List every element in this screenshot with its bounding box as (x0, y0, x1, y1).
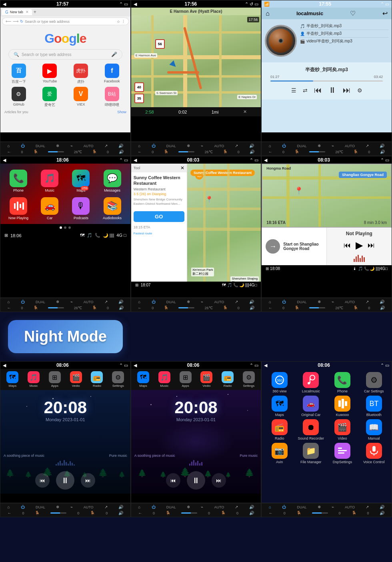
cp-app-messages[interactable]: 💬 Messages (98, 170, 126, 192)
night-app-vedio[interactable]: 🎬 Vedio (70, 371, 82, 388)
night-next-btn[interactable]: ⏭ (81, 473, 95, 488)
app-voicecontrol[interactable]: Voice Control (359, 443, 388, 464)
svg-rect-1 (17, 202, 18, 210)
back-btn[interactable]: ◀ (3, 2, 6, 7)
app-maps-n3[interactable]: 🗺 Maps (265, 396, 294, 417)
night2-app-settings[interactable]: ⚙ Settings (243, 371, 255, 388)
cp-app-podcasts[interactable]: 🎙 Podcasts (67, 197, 95, 220)
go-button[interactable]: GO (134, 211, 184, 222)
back-btn-nav[interactable]: ◀ (134, 2, 137, 7)
home-icon[interactable]: ⌂ (8, 144, 10, 148)
shortcut-youtube[interactable]: ▶ YouTube (36, 64, 64, 84)
back-music[interactable]: ↩ (382, 10, 388, 17)
cp-app-music[interactable]: 🎵 Music (36, 170, 64, 192)
night-app-maps[interactable]: 🗺 Maps (6, 371, 18, 388)
split-music-controls: ⏮ ▶ ⏭ (344, 240, 375, 251)
split-bottom: → Start on Shangliao Gongye Road Not Pla… (262, 228, 392, 265)
night2-next-btn[interactable]: ⏭ (212, 473, 226, 488)
google-search-bar[interactable]: 🔍 Search or type web address 🎤 (8, 49, 122, 60)
cpnav-status: ⊞ 18:07 🗺 🎵 📞 🌙 ||||4G□ (131, 282, 261, 288)
night2-app-vedio[interactable]: 🎬 Vedio (200, 371, 212, 388)
shortcut-bilibili[interactable]: B站 哔哩哔哩 (98, 87, 126, 108)
equalizer-btn[interactable]: ⚙ (357, 87, 362, 94)
cp-app-phone[interactable]: 📞 Phone (4, 170, 32, 192)
night-app-radio[interactable]: 📻 Radio (91, 371, 103, 388)
nav-close[interactable]: ✕ (243, 109, 247, 114)
power-icon[interactable]: ⏻ (21, 144, 25, 148)
night-prev-btn[interactable]: ⏮ (35, 473, 50, 488)
night-app-settings[interactable]: ⚙ Settings (112, 371, 124, 388)
next-btn[interactable]: ⏭ (343, 86, 351, 95)
close-poi[interactable]: ✕ (180, 165, 184, 171)
night-app-music[interactable]: 🎵 Music (28, 371, 40, 388)
svg-rect-3 (22, 202, 24, 210)
app-originalcar[interactable]: 🚗 Original Car (296, 396, 326, 417)
shortcut-baidu[interactable]: 百 百度一下 (4, 64, 33, 84)
app-360view[interactable]: 360 360 view (265, 372, 294, 393)
pause-btn[interactable]: ⏸ (328, 86, 336, 95)
vol-r-icon[interactable]: 🔊 (119, 150, 124, 154)
app-phone[interactable]: 📞 Phone (328, 372, 357, 393)
status-bar-cp: ◀ 18:06 ⌃ ▭ (0, 156, 130, 164)
chrome-tab[interactable]: G New tab ✕ (2, 9, 32, 15)
app-manual[interactable]: 📖 Manual (359, 419, 388, 440)
app-avin[interactable]: 📷 Avin (265, 443, 294, 464)
app-carsettings[interactable]: ⚙ Car Settings (359, 372, 388, 393)
address-bar[interactable]: ⟵ ⟶ ↻ Search or type web address ☆ ⋮ (2, 18, 129, 25)
app-bluetooth[interactable]: BT Bluetooth (359, 396, 388, 417)
app-kuwooo[interactable]: Kuwooo (328, 396, 357, 417)
music-heart[interactable]: ♡ (350, 10, 356, 17)
night2-app-music[interactable]: 🎵 Music (158, 371, 170, 388)
playlist-btn[interactable]: ☰ (291, 87, 296, 94)
app-dspsettings[interactable]: DspSettings (328, 443, 357, 464)
svg-rect-14 (338, 450, 347, 451)
cp-app-nowplaying[interactable]: Now Playing (4, 197, 32, 220)
snow-icon[interactable]: ❄ (56, 144, 59, 148)
shortcut-github[interactable]: ⚙ GitHub (4, 87, 33, 108)
app-filemanager[interactable]: 📁 File Manager (296, 443, 326, 464)
auto-label: AUTO (84, 144, 94, 148)
nav-bottom-info: 2:58 0:02 1mi ✕ (131, 107, 261, 116)
temp-slider[interactable] (48, 151, 64, 152)
progress-bar[interactable] (270, 80, 383, 82)
night-clock-area: 20:08 Monday 2023-01-01 🌲 🌲 🌲 🌲 🌲 🌲 🌲 (0, 390, 130, 494)
shuffle-btn[interactable]: ⇄ (303, 87, 308, 94)
night2-app-radio[interactable]: 📻 Radio (222, 371, 234, 388)
night2-app-maps[interactable]: 🗺 Maps (137, 371, 149, 388)
vol-icon[interactable]: 🔊 (118, 144, 123, 148)
split-next[interactable]: ⏭ (368, 241, 375, 250)
cp-app-car[interactable]: 🚗 Car (36, 197, 64, 220)
nav-map: E Harmon Ave S Swenson St E Naples Dr 40… (131, 15, 261, 107)
app-video[interactable]: 🎬 Video (328, 419, 357, 440)
cp-app-maps[interactable]: 🗺 Maps259 (67, 170, 95, 192)
new-tab-btn[interactable]: + (34, 9, 36, 15)
link-icon[interactable]: ⌁ (70, 144, 73, 148)
cp-app-audiobooks[interactable]: 📚 Audiobooks (98, 197, 126, 220)
night2-app-apps[interactable]: ⊞ Apps (180, 371, 192, 388)
app-soundrecorder[interactable]: ⏺ Sound Recorder (296, 419, 326, 440)
status-bar-nav: ◀ 17:56 ⌃ ↺ ▭ (131, 0, 261, 8)
app-radio-n3[interactable]: 📻 Radio (265, 419, 294, 440)
time-music: 17:55 (319, 1, 331, 7)
night-pause-btn[interactable]: ⏸ (56, 471, 74, 490)
time-chrome: 17:57 (56, 1, 69, 7)
shortcut-facebook[interactable]: f Facebook (98, 64, 126, 84)
split-play[interactable]: ▶ (356, 240, 363, 251)
arrow-icon[interactable]: ↗ (104, 144, 108, 148)
prev-btn[interactable]: ⏮ (314, 86, 322, 95)
shortcut-hupu[interactable]: 虎扑 虎扑 (66, 64, 95, 84)
shortcut-viex[interactable]: V VIEX (66, 87, 95, 108)
music-controls: ☰ ⇄ ⏮ ⏸ ⏭ ⚙ (264, 83, 389, 97)
app-localmusic[interactable]: Localmusic (296, 372, 326, 393)
back-icon[interactable]: ← (7, 150, 11, 154)
svg-text:360: 360 (276, 378, 282, 382)
night2-prev-btn[interactable]: ⏮ (166, 473, 180, 488)
cp-status-bottom: ⊞ 18:06 🗺 🎵 📞 🌙 |||| 4G □ (0, 231, 130, 240)
night-app-apps[interactable]: ⊞ Apps (49, 371, 61, 388)
svg-rect-17 (372, 446, 376, 452)
shortcut-iqiyi[interactable]: 爱 爱奇艺 (36, 87, 64, 108)
night2-pause-btn[interactable]: ⏸ (187, 471, 205, 490)
cpsplit-content: Shangliao Gongye Road Hongma Road 📍 18:1… (262, 164, 392, 288)
split-prev[interactable]: ⏮ (344, 241, 351, 250)
status-bar-night3: ◀ 08:06 ⌃ ▭ (262, 362, 392, 369)
